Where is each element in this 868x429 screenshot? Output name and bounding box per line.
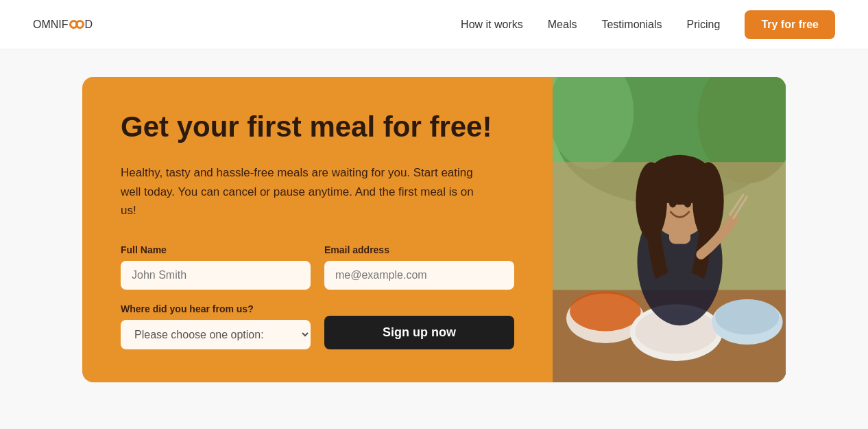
- nav-how-it-works[interactable]: How it works: [461, 19, 523, 31]
- full-name-group: Full Name: [121, 244, 311, 290]
- logo-icon: [69, 20, 84, 29]
- where-label: Where did you hear from us?: [121, 303, 311, 314]
- cta-image: [553, 77, 786, 382]
- form-row-top: Full Name Email address: [121, 244, 514, 290]
- form-row-bottom: Where did you hear from us? Please choos…: [121, 303, 514, 349]
- cta-title: Get your first meal for free!: [121, 110, 514, 144]
- nav-pricing[interactable]: Pricing: [687, 19, 721, 31]
- main-content: Get your first meal for free! Healthy, t…: [0, 49, 868, 410]
- cta-section: Get your first meal for free! Healthy, t…: [82, 77, 786, 382]
- svg-point-19: [684, 199, 691, 207]
- main-nav: How it works Meals Testimonials Pricing …: [461, 10, 835, 39]
- nav-meals[interactable]: Meals: [548, 19, 577, 31]
- full-name-label: Full Name: [121, 244, 311, 255]
- where-group: Where did you hear from us? Please choos…: [121, 303, 311, 349]
- email-group: Email address: [324, 244, 514, 290]
- logo-text-omni: OMNIF: [33, 19, 69, 31]
- logo-text-d: D: [85, 19, 93, 31]
- svg-point-18: [669, 199, 676, 207]
- submit-group: Sign up now: [324, 316, 514, 349]
- svg-point-7: [570, 292, 640, 332]
- email-input[interactable]: [324, 261, 514, 290]
- nav-try-free-button[interactable]: Try for free: [745, 10, 835, 39]
- site-header: OMNIF D How it works Meals Testimonials …: [0, 0, 868, 49]
- full-name-input[interactable]: [121, 261, 311, 290]
- scene-illustration: [553, 77, 786, 382]
- logo[interactable]: OMNIF D: [33, 19, 93, 31]
- signup-button[interactable]: Sign up now: [324, 316, 514, 349]
- where-select[interactable]: Please choose one option: Friends and fa…: [121, 320, 311, 349]
- svg-point-11: [715, 299, 779, 335]
- cta-description: Healthy, tasty and hassle-free meals are…: [121, 163, 491, 220]
- email-label: Email address: [324, 244, 514, 255]
- cta-form-area: Get your first meal for free! Healthy, t…: [82, 77, 553, 382]
- signup-form: Full Name Email address Where did you he…: [121, 244, 514, 349]
- nav-testimonials[interactable]: Testimonials: [601, 19, 662, 31]
